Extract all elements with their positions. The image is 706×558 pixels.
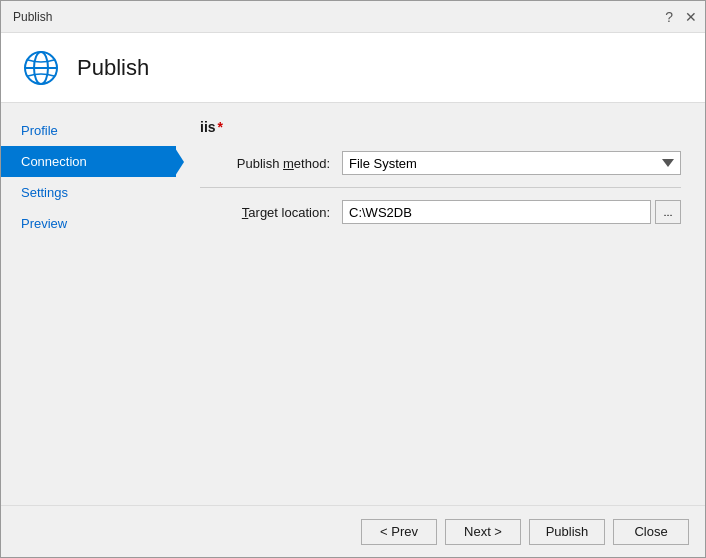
close-window-button[interactable]: ✕	[685, 10, 697, 24]
sidebar-item-settings-label: Settings	[21, 185, 68, 200]
target-location-input[interactable]	[342, 200, 651, 224]
title-bar-left: Publish	[13, 10, 52, 24]
divider	[200, 187, 681, 188]
prev-label: < Prev	[380, 524, 418, 539]
footer: < Prev Next > Publish Close	[1, 505, 705, 557]
section-title: iis*	[200, 119, 681, 135]
publish-method-label: Publish method:	[200, 156, 330, 171]
content-area: Profile Connection Settings Preview iis*…	[1, 103, 705, 505]
sidebar-item-preview[interactable]: Preview	[1, 208, 176, 239]
publish-method-row: Publish method: File System Web Deploy F…	[200, 151, 681, 175]
help-button[interactable]: ?	[665, 10, 673, 24]
sidebar-item-settings[interactable]: Settings	[1, 177, 176, 208]
underline-t: T	[242, 205, 249, 220]
underline-m: m	[283, 156, 294, 171]
browse-button[interactable]: ...	[655, 200, 681, 224]
sidebar: Profile Connection Settings Preview	[1, 103, 176, 505]
sidebar-item-connection-label: Connection	[21, 154, 87, 169]
sidebar-item-connection[interactable]: Connection	[1, 146, 176, 177]
sidebar-item-preview-label: Preview	[21, 216, 67, 231]
next-button[interactable]: Next >	[445, 519, 521, 545]
target-location-label: Target location:	[200, 205, 330, 220]
section-title-text: iis	[200, 119, 216, 135]
globe-icon	[21, 48, 61, 88]
publish-label: Publish	[546, 524, 589, 539]
header-title: Publish	[77, 55, 149, 81]
required-asterisk: *	[218, 119, 223, 135]
title-bar-title: Publish	[13, 10, 52, 24]
target-location-group: ...	[342, 200, 681, 224]
publish-button[interactable]: Publish	[529, 519, 605, 545]
close-button[interactable]: Close	[613, 519, 689, 545]
main-content: iis* Publish method: File System Web Dep…	[176, 103, 705, 505]
close-label: Close	[634, 524, 667, 539]
sidebar-item-profile[interactable]: Profile	[1, 115, 176, 146]
title-bar-controls: ? ✕	[665, 10, 697, 24]
publish-window: Publish ? ✕ Publish Profile Conne	[0, 0, 706, 558]
prev-button[interactable]: < Prev	[361, 519, 437, 545]
browse-icon: ...	[663, 206, 672, 218]
title-bar: Publish ? ✕	[1, 1, 705, 33]
header: Publish	[1, 33, 705, 103]
target-location-row: Target location: ...	[200, 200, 681, 224]
sidebar-item-profile-label: Profile	[21, 123, 58, 138]
next-label: Next >	[464, 524, 502, 539]
publish-method-select[interactable]: File System Web Deploy FTP MSDeploy	[342, 151, 681, 175]
